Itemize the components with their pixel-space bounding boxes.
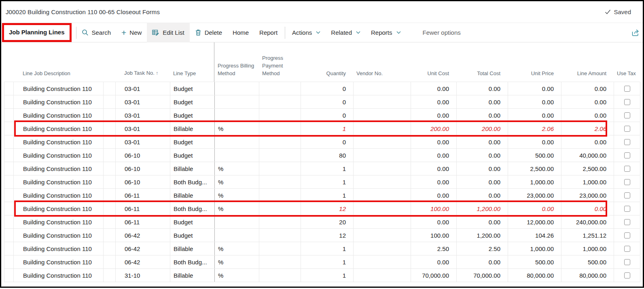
- cell-line-job-description[interactable]: Building Construction 110: [14, 135, 104, 148]
- col-header-line-job-description[interactable]: Line Job Description: [13, 70, 103, 82]
- cell-line-amount[interactable]: 0.00: [561, 109, 614, 122]
- cell-unit-price[interactable]: 0.00: [508, 95, 561, 108]
- row-selector[interactable]: [4, 95, 14, 108]
- cell-total-cost[interactable]: 70,000.00: [457, 269, 508, 282]
- cell-line-type[interactable]: Billable: [170, 189, 215, 202]
- cell-progress-billing-method[interactable]: %: [215, 122, 259, 135]
- cell-total-cost[interactable]: 0.00: [457, 109, 508, 122]
- cell-unit-cost[interactable]: 0.00: [411, 162, 457, 175]
- share-icon[interactable]: [631, 29, 640, 37]
- delete-button[interactable]: Delete: [190, 23, 227, 42]
- cell-progress-billing-method[interactable]: %: [215, 255, 259, 268]
- cell-vendor-no[interactable]: [354, 189, 411, 202]
- cell-line-amount[interactable]: 0.00: [561, 135, 614, 148]
- cell-vendor-no[interactable]: [354, 162, 411, 175]
- cell-unit-cost[interactable]: 0.00: [411, 175, 457, 188]
- row-selector[interactable]: [4, 269, 14, 282]
- cell-progress-billing-method[interactable]: %: [215, 242, 259, 255]
- cell-quantity[interactable]: 20: [301, 215, 354, 228]
- cell-line-type[interactable]: Billable: [170, 242, 215, 255]
- cell-line-amount[interactable]: 1,000.00: [561, 242, 614, 255]
- cell-progress-billing-method[interactable]: [215, 135, 259, 148]
- use-tax-checkbox[interactable]: [624, 192, 630, 198]
- cell-job-task-no[interactable]: 06-11: [116, 215, 170, 228]
- select-all-header[interactable]: [4, 77, 13, 82]
- cell-total-cost[interactable]: 0.00: [457, 149, 508, 162]
- cell-vendor-no[interactable]: [354, 122, 411, 135]
- cell-line-type[interactable]: Budget: [170, 95, 215, 108]
- col-header-line-amount[interactable]: Line Amount: [561, 70, 614, 82]
- cell-quantity[interactable]: 0: [301, 135, 354, 148]
- cell-line-amount[interactable]: 1,251.12: [561, 229, 614, 242]
- cell-total-cost[interactable]: 1,200.00: [457, 202, 508, 215]
- row-selector[interactable]: [4, 122, 14, 135]
- cell-progress-payment-method[interactable]: [259, 175, 301, 188]
- use-tax-checkbox[interactable]: [624, 99, 630, 105]
- cell-unit-cost[interactable]: 0.00: [411, 95, 457, 108]
- cell-vendor-no[interactable]: [354, 175, 411, 188]
- cell-vendor-no[interactable]: [354, 269, 411, 282]
- cell-line-type[interactable]: Both Budg...: [170, 255, 215, 268]
- cell-total-cost[interactable]: 200.00: [457, 122, 508, 135]
- cell-total-cost[interactable]: 2.50: [457, 242, 508, 255]
- cell-line-type[interactable]: Billable: [170, 269, 215, 282]
- cell-quantity[interactable]: 80: [301, 149, 354, 162]
- col-header-progress-billing-method[interactable]: Progress Billing Method: [214, 62, 259, 82]
- cell-progress-billing-method[interactable]: [215, 109, 259, 122]
- cell-vendor-no[interactable]: [354, 109, 411, 122]
- cell-vendor-no[interactable]: [354, 202, 411, 215]
- col-header-job-task-no[interactable]: Job Task No.↑: [115, 69, 170, 82]
- cell-job-task-no[interactable]: 06-10: [116, 149, 170, 162]
- cell-line-amount[interactable]: 0.00: [561, 82, 614, 95]
- row-selector[interactable]: [4, 215, 14, 228]
- cell-unit-price[interactable]: 2,500.00: [508, 162, 561, 175]
- cell-job-task-no[interactable]: 31-10: [116, 269, 170, 282]
- cell-job-task-no[interactable]: 06-11: [116, 202, 170, 215]
- related-dropdown[interactable]: Related: [326, 23, 366, 42]
- cell-unit-cost[interactable]: 0.00: [411, 109, 457, 122]
- cell-job-task-no[interactable]: 03-01: [116, 122, 170, 135]
- cell-vendor-no[interactable]: [354, 242, 411, 255]
- cell-line-type[interactable]: Both Budg...: [170, 175, 215, 188]
- cell-unit-cost[interactable]: 0.00: [411, 189, 457, 202]
- cell-job-task-no[interactable]: 06-10: [116, 162, 170, 175]
- col-header-use-tax[interactable]: Use Tax: [614, 70, 640, 82]
- cell-quantity[interactable]: 0: [301, 82, 354, 95]
- cell-line-job-description[interactable]: Building Construction 110: [14, 162, 104, 175]
- use-tax-checkbox[interactable]: [624, 112, 630, 118]
- cell-progress-payment-method[interactable]: [259, 135, 301, 148]
- row-selector[interactable]: [4, 175, 14, 188]
- edit-list-button[interactable]: Edit List: [147, 23, 189, 42]
- row-selector[interactable]: [4, 229, 14, 242]
- cell-progress-billing-method[interactable]: [215, 229, 259, 242]
- cell-line-type[interactable]: Both Budg...: [170, 202, 215, 215]
- cell-progress-payment-method[interactable]: [259, 109, 301, 122]
- cell-unit-price[interactable]: 1,000.00: [508, 242, 561, 255]
- cell-progress-billing-method[interactable]: %: [215, 162, 259, 175]
- cell-quantity[interactable]: 1: [301, 162, 354, 175]
- cell-line-job-description[interactable]: Building Construction 110: [14, 255, 104, 268]
- cell-job-task-no[interactable]: 03-01: [116, 109, 170, 122]
- cell-quantity[interactable]: 1: [301, 175, 354, 188]
- cell-line-amount[interactable]: 1,000.00: [561, 175, 614, 188]
- cell-line-amount[interactable]: 80,000.00: [561, 269, 614, 282]
- use-tax-checkbox[interactable]: [624, 166, 630, 172]
- cell-job-task-no[interactable]: 03-01: [116, 135, 170, 148]
- cell-unit-price[interactable]: 0.00: [508, 82, 561, 95]
- cell-unit-price[interactable]: 0.00: [508, 109, 561, 122]
- cell-total-cost[interactable]: 0.00: [457, 135, 508, 148]
- cell-vendor-no[interactable]: [354, 149, 411, 162]
- cell-job-task-no[interactable]: 03-01: [116, 82, 170, 95]
- cell-progress-payment-method[interactable]: [259, 162, 301, 175]
- cell-line-job-description[interactable]: Building Construction 110: [14, 109, 104, 122]
- row-selector[interactable]: [4, 109, 14, 122]
- cell-line-job-description[interactable]: Building Construction 110: [14, 149, 104, 162]
- use-tax-checkbox[interactable]: [624, 152, 630, 158]
- cell-total-cost[interactable]: 0.00: [457, 82, 508, 95]
- cell-unit-cost[interactable]: 100.00: [411, 202, 457, 215]
- cell-line-job-description[interactable]: Building Construction 110: [14, 175, 104, 188]
- col-header-line-type[interactable]: Line Type: [170, 42, 214, 82]
- cell-job-task-no[interactable]: 06-42: [116, 242, 170, 255]
- cell-line-amount[interactable]: 240,000.00: [561, 215, 614, 228]
- cell-job-task-no[interactable]: 06-10: [116, 175, 170, 188]
